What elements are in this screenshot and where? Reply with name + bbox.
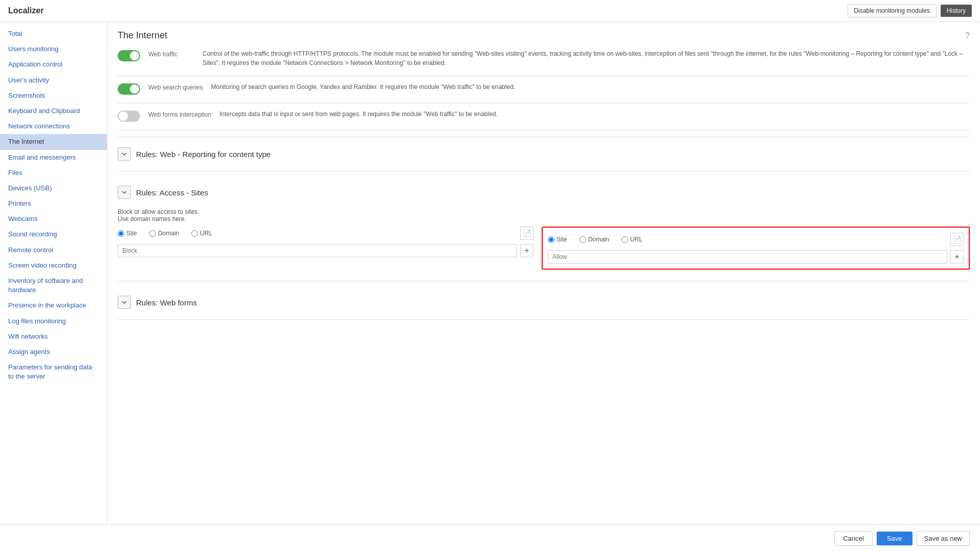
radio-item-domain-right[interactable]: Domain xyxy=(580,236,609,243)
section-title-text: The Internet xyxy=(118,30,167,41)
toggle-desc-web-forms: Intercepts data that is input or sent fr… xyxy=(219,109,970,119)
import-button-right-access-sites[interactable]: 📄 xyxy=(950,233,964,246)
sidebar-item-devices-usb[interactable]: Devices (USB) xyxy=(0,181,107,196)
sidebar-item-files[interactable]: Files xyxy=(0,165,107,181)
sidebar-item-network-connections[interactable]: Network connections xyxy=(0,119,107,134)
sidebar-item-keyboard-clipboard[interactable]: Keyboard and Clipboard xyxy=(0,103,107,119)
toggle-label-web-forms: Web forms interception xyxy=(148,111,211,118)
input-row-right-access-sites: + xyxy=(548,250,964,263)
collapse-header-reporting-content[interactable]: Rules: Web - Reporting for content type xyxy=(118,143,970,165)
radio-item-domain-left[interactable]: Domain xyxy=(149,230,179,237)
sidebar-item-sound-recording[interactable]: Sound recording xyxy=(0,227,107,242)
sidebar-item-screen-video[interactable]: Screen video recording xyxy=(0,258,107,273)
collapse-title-access-sites: Rules: Access - Sites xyxy=(136,188,208,197)
radio-item-url-left[interactable]: URL xyxy=(191,230,212,237)
rules-section-reporting-content: Rules: Web - Reporting for content type xyxy=(118,143,970,171)
history-button[interactable]: History xyxy=(941,5,972,17)
rules-container: Rules: Web - Reporting for content typeR… xyxy=(118,143,970,320)
collapse-title-web-forms-rules: Rules: Web forms xyxy=(136,298,197,307)
sidebar-item-parameters[interactable]: Parameters for sending data to the serve… xyxy=(0,360,107,384)
header: Localizer Disable monitoring modules His… xyxy=(0,0,980,22)
radio-item-site-left[interactable]: Site xyxy=(118,230,137,237)
collapse-header-web-forms-rules[interactable]: Rules: Web forms xyxy=(118,292,970,313)
toggle-switch-web-search[interactable] xyxy=(118,83,140,95)
main-container: TotalUsers monitoringApplication control… xyxy=(0,22,980,524)
radio-item-site-right[interactable]: Site xyxy=(548,236,567,243)
sidebar: TotalUsers monitoringApplication control… xyxy=(0,22,107,524)
section-header: The Internet ? xyxy=(118,30,970,41)
panel-right-access-sites: SiteDomainURL📄+ xyxy=(542,227,970,270)
collapse-title-reporting-content: Rules: Web - Reporting for content type xyxy=(136,150,271,159)
add-allow-button-access-sites[interactable]: + xyxy=(950,250,964,263)
app-title: Localizer xyxy=(8,6,43,15)
content-area: The Internet ? Web trafficControl of the… xyxy=(107,22,980,524)
radio-group-left-access-sites: SiteDomainURL📄 xyxy=(118,227,533,240)
collapse-button-web-forms-rules[interactable] xyxy=(118,296,131,309)
toggle-slider-web-traffic[interactable] xyxy=(118,50,140,61)
rules-desc-access-sites: Block or allow access to sites.Use domai… xyxy=(118,208,970,223)
sidebar-item-the-internet[interactable]: The Internet xyxy=(0,134,107,149)
sidebar-item-total[interactable]: Total xyxy=(0,26,107,41)
toggle-row-web-forms: Web forms interceptionIntercepts data th… xyxy=(118,109,970,122)
input-row-left-access-sites: + xyxy=(118,244,533,257)
cancel-button[interactable]: Cancel xyxy=(834,531,872,546)
sidebar-item-assign-agents[interactable]: Assign agents xyxy=(0,344,107,360)
sidebar-item-printers[interactable]: Printers xyxy=(0,196,107,211)
toggle-switch-web-traffic[interactable] xyxy=(118,50,140,61)
sidebar-item-presence[interactable]: Presence in the workplace xyxy=(0,298,107,313)
sidebar-item-application-control[interactable]: Application control xyxy=(0,57,107,72)
toggle-row-web-search: Web search queriesMonitoring of search q… xyxy=(118,82,970,95)
header-actions: Disable monitoring modules History xyxy=(848,4,972,17)
rules-section-access-sites: Rules: Access - SitesBlock or allow acce… xyxy=(118,182,970,281)
toggle-desc-web-traffic: Control of the web-traffic through HTTP/… xyxy=(203,49,970,68)
collapse-header-access-sites[interactable]: Rules: Access - Sites xyxy=(118,182,970,203)
footer: Cancel Save Save as new xyxy=(0,524,980,552)
sidebar-item-users-monitoring[interactable]: Users monitoring xyxy=(0,41,107,57)
toggle-label-web-traffic: Web traffic xyxy=(148,51,194,58)
sidebar-item-inventory[interactable]: Inventory of software and hardware xyxy=(0,273,107,298)
allow-input-access-sites[interactable] xyxy=(548,250,947,263)
sidebar-item-screenshots[interactable]: Screenshots xyxy=(0,88,107,103)
toggle-row-web-traffic: Web trafficControl of the web-traffic th… xyxy=(118,49,970,68)
toggle-label-web-search: Web search queries xyxy=(148,84,203,91)
import-button-left-access-sites[interactable]: 📄 xyxy=(520,227,533,240)
collapse-button-access-sites[interactable] xyxy=(118,186,131,199)
disable-monitoring-button[interactable]: Disable monitoring modules xyxy=(848,4,937,17)
toggle-slider-web-forms[interactable] xyxy=(118,111,140,122)
sidebar-item-log-files[interactable]: Log files monitoring xyxy=(0,314,107,329)
toggles-container: Web trafficControl of the web-traffic th… xyxy=(118,49,970,130)
save-button[interactable]: Save xyxy=(877,532,912,545)
sidebar-item-users-activity[interactable]: User's activity xyxy=(0,73,107,88)
toggle-desc-web-search: Monitoring of search queries in Google, … xyxy=(211,82,970,92)
sidebar-item-webcams[interactable]: Webcams xyxy=(0,211,107,227)
two-panel-access-sites: SiteDomainURL📄+SiteDomainURL📄+ xyxy=(118,227,970,270)
panel-left-access-sites: SiteDomainURL📄+ xyxy=(118,227,542,270)
collapse-button-reporting-content[interactable] xyxy=(118,147,131,161)
add-block-button-access-sites[interactable]: + xyxy=(520,244,533,257)
radio-group-right-access-sites: SiteDomainURL📄 xyxy=(548,233,964,246)
save-as-new-button[interactable]: Save as new xyxy=(917,531,970,546)
block-input-access-sites[interactable] xyxy=(118,244,517,257)
toggle-slider-web-search[interactable] xyxy=(118,83,140,95)
radio-item-url-right[interactable]: URL xyxy=(621,236,642,243)
sidebar-item-wifi[interactable]: Wifi networks xyxy=(0,329,107,344)
rules-section-web-forms-rules: Rules: Web forms xyxy=(118,292,970,320)
rules-body-access-sites: Block or allow access to sites.Use domai… xyxy=(118,203,970,275)
sidebar-item-remote-control[interactable]: Remote control xyxy=(0,242,107,258)
help-icon[interactable]: ? xyxy=(965,31,970,40)
toggle-switch-web-forms[interactable] xyxy=(118,111,140,122)
sidebar-item-email-messengers[interactable]: Email and messengers xyxy=(0,150,107,165)
